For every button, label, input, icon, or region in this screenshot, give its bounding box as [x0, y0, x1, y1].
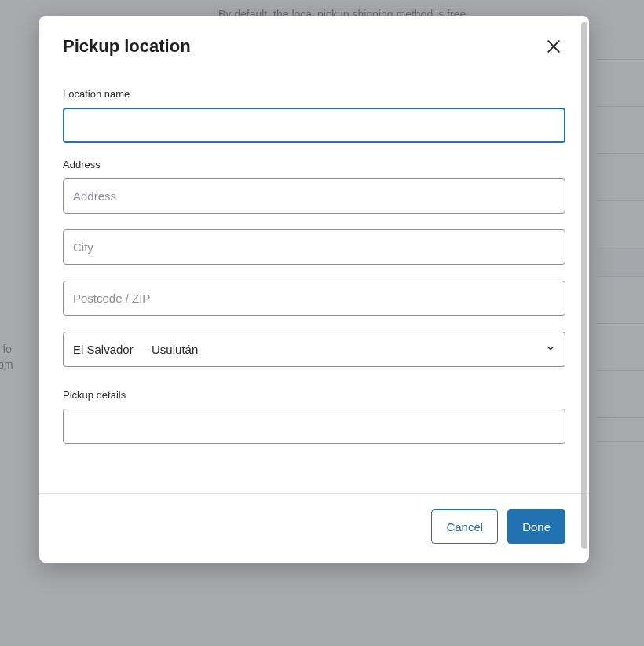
- cancel-button[interactable]: Cancel: [431, 509, 498, 544]
- pickup-details-label: Pickup details: [63, 389, 565, 401]
- modal-body: Location name Address El Salvador — Usul…: [39, 64, 589, 493]
- close-button[interactable]: [542, 35, 565, 58]
- modal-footer: Cancel Done: [39, 493, 589, 563]
- address-label: Address: [63, 159, 565, 171]
- country-select[interactable]: El Salvador — Usulután: [63, 332, 565, 367]
- modal-scrollbar[interactable]: [581, 22, 587, 556]
- location-name-label: Location name: [63, 88, 565, 100]
- city-input[interactable]: [63, 229, 565, 265]
- postcode-input[interactable]: [63, 281, 565, 316]
- modal-header: Pickup location: [39, 16, 589, 64]
- pickup-details-input[interactable]: [63, 409, 565, 444]
- pickup-details-group: Pickup details: [63, 389, 565, 444]
- address-group: Address El Salvador — Usulután: [63, 159, 565, 367]
- modal-title: Pickup location: [63, 36, 191, 57]
- address-input[interactable]: [63, 178, 565, 214]
- done-button[interactable]: Done: [507, 509, 565, 544]
- location-name-group: Location name: [63, 88, 565, 143]
- close-icon: [545, 38, 562, 55]
- country-select-wrapper: El Salvador — Usulután: [63, 332, 565, 367]
- location-name-input[interactable]: [63, 108, 565, 143]
- pickup-location-modal: Pickup location Location name Address El…: [39, 16, 589, 563]
